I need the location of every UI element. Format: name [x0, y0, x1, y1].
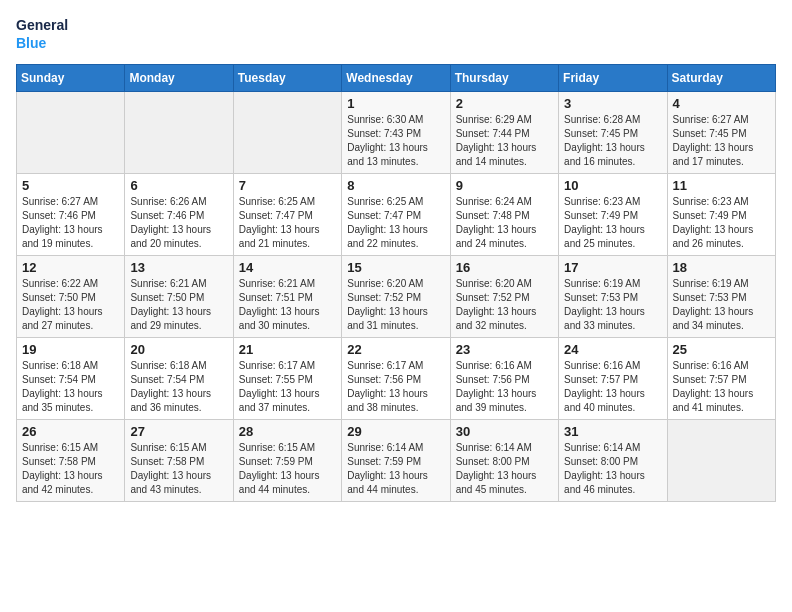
day-number: 4 — [673, 96, 770, 111]
day-info: Sunrise: 6:21 AM Sunset: 7:50 PM Dayligh… — [130, 277, 227, 333]
day-info: Sunrise: 6:17 AM Sunset: 7:55 PM Dayligh… — [239, 359, 336, 415]
day-info: Sunrise: 6:23 AM Sunset: 7:49 PM Dayligh… — [673, 195, 770, 251]
day-number: 13 — [130, 260, 227, 275]
day-info: Sunrise: 6:25 AM Sunset: 7:47 PM Dayligh… — [239, 195, 336, 251]
day-info: Sunrise: 6:14 AM Sunset: 8:00 PM Dayligh… — [564, 441, 661, 497]
calendar-cell: 29Sunrise: 6:14 AM Sunset: 7:59 PM Dayli… — [342, 420, 450, 502]
calendar-cell: 28Sunrise: 6:15 AM Sunset: 7:59 PM Dayli… — [233, 420, 341, 502]
day-number: 20 — [130, 342, 227, 357]
day-info: Sunrise: 6:16 AM Sunset: 7:57 PM Dayligh… — [564, 359, 661, 415]
calendar-cell: 26Sunrise: 6:15 AM Sunset: 7:58 PM Dayli… — [17, 420, 125, 502]
calendar-cell: 30Sunrise: 6:14 AM Sunset: 8:00 PM Dayli… — [450, 420, 558, 502]
day-header-monday: Monday — [125, 65, 233, 92]
day-number: 3 — [564, 96, 661, 111]
day-info: Sunrise: 6:21 AM Sunset: 7:51 PM Dayligh… — [239, 277, 336, 333]
day-header-friday: Friday — [559, 65, 667, 92]
calendar-cell: 7Sunrise: 6:25 AM Sunset: 7:47 PM Daylig… — [233, 174, 341, 256]
day-info: Sunrise: 6:26 AM Sunset: 7:46 PM Dayligh… — [130, 195, 227, 251]
calendar-cell: 15Sunrise: 6:20 AM Sunset: 7:52 PM Dayli… — [342, 256, 450, 338]
day-header-tuesday: Tuesday — [233, 65, 341, 92]
calendar-cell: 21Sunrise: 6:17 AM Sunset: 7:55 PM Dayli… — [233, 338, 341, 420]
day-header-saturday: Saturday — [667, 65, 775, 92]
day-number: 12 — [22, 260, 119, 275]
calendar-cell: 23Sunrise: 6:16 AM Sunset: 7:56 PM Dayli… — [450, 338, 558, 420]
day-number: 2 — [456, 96, 553, 111]
day-info: Sunrise: 6:20 AM Sunset: 7:52 PM Dayligh… — [347, 277, 444, 333]
calendar-cell: 31Sunrise: 6:14 AM Sunset: 8:00 PM Dayli… — [559, 420, 667, 502]
calendar-cell: 13Sunrise: 6:21 AM Sunset: 7:50 PM Dayli… — [125, 256, 233, 338]
calendar-week-2: 5Sunrise: 6:27 AM Sunset: 7:46 PM Daylig… — [17, 174, 776, 256]
day-number: 19 — [22, 342, 119, 357]
day-info: Sunrise: 6:15 AM Sunset: 7:58 PM Dayligh… — [130, 441, 227, 497]
calendar-cell: 20Sunrise: 6:18 AM Sunset: 7:54 PM Dayli… — [125, 338, 233, 420]
day-number: 21 — [239, 342, 336, 357]
calendar-week-3: 12Sunrise: 6:22 AM Sunset: 7:50 PM Dayli… — [17, 256, 776, 338]
day-number: 28 — [239, 424, 336, 439]
day-number: 17 — [564, 260, 661, 275]
day-number: 15 — [347, 260, 444, 275]
day-info: Sunrise: 6:27 AM Sunset: 7:45 PM Dayligh… — [673, 113, 770, 169]
day-info: Sunrise: 6:19 AM Sunset: 7:53 PM Dayligh… — [673, 277, 770, 333]
day-number: 24 — [564, 342, 661, 357]
day-info: Sunrise: 6:18 AM Sunset: 7:54 PM Dayligh… — [130, 359, 227, 415]
day-info: Sunrise: 6:24 AM Sunset: 7:48 PM Dayligh… — [456, 195, 553, 251]
day-number: 6 — [130, 178, 227, 193]
calendar-week-5: 26Sunrise: 6:15 AM Sunset: 7:58 PM Dayli… — [17, 420, 776, 502]
day-number: 25 — [673, 342, 770, 357]
day-info: Sunrise: 6:18 AM Sunset: 7:54 PM Dayligh… — [22, 359, 119, 415]
calendar-cell: 14Sunrise: 6:21 AM Sunset: 7:51 PM Dayli… — [233, 256, 341, 338]
day-info: Sunrise: 6:19 AM Sunset: 7:53 PM Dayligh… — [564, 277, 661, 333]
day-number: 22 — [347, 342, 444, 357]
day-info: Sunrise: 6:27 AM Sunset: 7:46 PM Dayligh… — [22, 195, 119, 251]
day-number: 16 — [456, 260, 553, 275]
day-info: Sunrise: 6:15 AM Sunset: 7:59 PM Dayligh… — [239, 441, 336, 497]
calendar-cell: 16Sunrise: 6:20 AM Sunset: 7:52 PM Dayli… — [450, 256, 558, 338]
calendar-week-1: 1Sunrise: 6:30 AM Sunset: 7:43 PM Daylig… — [17, 92, 776, 174]
day-header-wednesday: Wednesday — [342, 65, 450, 92]
day-number: 26 — [22, 424, 119, 439]
calendar-cell — [17, 92, 125, 174]
day-header-sunday: Sunday — [17, 65, 125, 92]
day-info: Sunrise: 6:17 AM Sunset: 7:56 PM Dayligh… — [347, 359, 444, 415]
calendar-cell: 10Sunrise: 6:23 AM Sunset: 7:49 PM Dayli… — [559, 174, 667, 256]
day-info: Sunrise: 6:25 AM Sunset: 7:47 PM Dayligh… — [347, 195, 444, 251]
day-header-thursday: Thursday — [450, 65, 558, 92]
calendar-cell: 12Sunrise: 6:22 AM Sunset: 7:50 PM Dayli… — [17, 256, 125, 338]
day-number: 5 — [22, 178, 119, 193]
day-info: Sunrise: 6:22 AM Sunset: 7:50 PM Dayligh… — [22, 277, 119, 333]
calendar-cell: 6Sunrise: 6:26 AM Sunset: 7:46 PM Daylig… — [125, 174, 233, 256]
day-number: 11 — [673, 178, 770, 193]
page-header: GeneralBlue — [16, 16, 776, 52]
calendar-cell: 18Sunrise: 6:19 AM Sunset: 7:53 PM Dayli… — [667, 256, 775, 338]
calendar-cell: 19Sunrise: 6:18 AM Sunset: 7:54 PM Dayli… — [17, 338, 125, 420]
day-number: 27 — [130, 424, 227, 439]
logo: GeneralBlue — [16, 16, 68, 52]
calendar-cell: 2Sunrise: 6:29 AM Sunset: 7:44 PM Daylig… — [450, 92, 558, 174]
calendar-week-4: 19Sunrise: 6:18 AM Sunset: 7:54 PM Dayli… — [17, 338, 776, 420]
calendar-cell: 8Sunrise: 6:25 AM Sunset: 7:47 PM Daylig… — [342, 174, 450, 256]
calendar-cell — [667, 420, 775, 502]
calendar-cell: 5Sunrise: 6:27 AM Sunset: 7:46 PM Daylig… — [17, 174, 125, 256]
day-number: 1 — [347, 96, 444, 111]
day-number: 7 — [239, 178, 336, 193]
calendar-cell — [125, 92, 233, 174]
logo-blue: Blue — [16, 34, 68, 52]
day-info: Sunrise: 6:16 AM Sunset: 7:57 PM Dayligh… — [673, 359, 770, 415]
day-number: 29 — [347, 424, 444, 439]
day-number: 8 — [347, 178, 444, 193]
calendar-cell: 3Sunrise: 6:28 AM Sunset: 7:45 PM Daylig… — [559, 92, 667, 174]
day-info: Sunrise: 6:14 AM Sunset: 8:00 PM Dayligh… — [456, 441, 553, 497]
calendar-cell: 24Sunrise: 6:16 AM Sunset: 7:57 PM Dayli… — [559, 338, 667, 420]
day-info: Sunrise: 6:20 AM Sunset: 7:52 PM Dayligh… — [456, 277, 553, 333]
calendar-cell: 4Sunrise: 6:27 AM Sunset: 7:45 PM Daylig… — [667, 92, 775, 174]
day-info: Sunrise: 6:16 AM Sunset: 7:56 PM Dayligh… — [456, 359, 553, 415]
day-number: 23 — [456, 342, 553, 357]
day-number: 31 — [564, 424, 661, 439]
calendar: SundayMondayTuesdayWednesdayThursdayFrid… — [16, 64, 776, 502]
day-info: Sunrise: 6:28 AM Sunset: 7:45 PM Dayligh… — [564, 113, 661, 169]
day-info: Sunrise: 6:23 AM Sunset: 7:49 PM Dayligh… — [564, 195, 661, 251]
calendar-cell: 27Sunrise: 6:15 AM Sunset: 7:58 PM Dayli… — [125, 420, 233, 502]
calendar-cell: 25Sunrise: 6:16 AM Sunset: 7:57 PM Dayli… — [667, 338, 775, 420]
day-number: 10 — [564, 178, 661, 193]
day-number: 18 — [673, 260, 770, 275]
